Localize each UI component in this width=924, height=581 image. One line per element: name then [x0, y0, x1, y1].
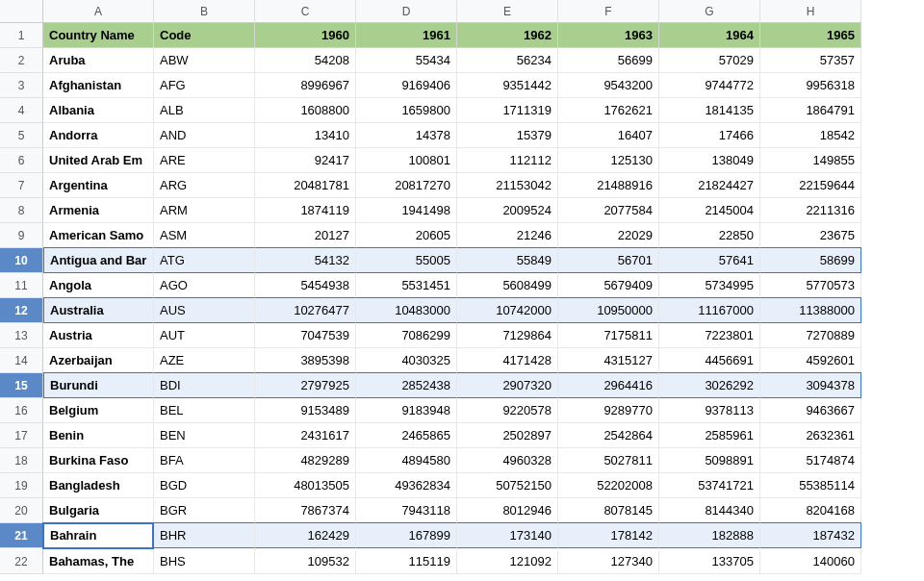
cell-value[interactable]: 17466 — [659, 123, 760, 148]
cell-country-name[interactable]: Bangladesh — [43, 473, 154, 498]
cell-value[interactable]: 149855 — [760, 148, 861, 173]
cell-value[interactable]: 7223801 — [659, 323, 760, 348]
cell-value[interactable]: 4456691 — [659, 348, 760, 373]
row-header-10[interactable]: 10 — [0, 248, 43, 273]
cell-country-code[interactable]: ATG — [154, 247, 255, 273]
cell-value[interactable]: 16407 — [558, 123, 659, 148]
cell-country-code[interactable]: BEL — [154, 398, 255, 423]
cell-country-name[interactable]: Australia — [43, 297, 154, 323]
cell-value[interactable]: 21488916 — [558, 173, 659, 198]
cell-value[interactable]: 2907320 — [457, 372, 558, 398]
row-header-13[interactable]: 13 — [0, 323, 43, 348]
cell-value[interactable]: 23675 — [760, 223, 861, 248]
cell-country-code[interactable]: ASM — [154, 223, 255, 248]
header-cell[interactable]: 1960 — [255, 23, 356, 48]
row-header-15[interactable]: 15 — [0, 373, 43, 398]
cell-value[interactable]: 1874119 — [255, 198, 356, 223]
cell-value[interactable]: 7129864 — [457, 323, 558, 348]
header-cell[interactable]: 1962 — [457, 23, 558, 48]
header-cell[interactable]: Code — [154, 23, 255, 48]
row-header-19[interactable]: 19 — [0, 473, 43, 498]
cell-value[interactable]: 5531451 — [356, 273, 457, 298]
row-header-16[interactable]: 16 — [0, 398, 43, 423]
cell-country-code[interactable]: BGR — [154, 498, 255, 523]
cell-value[interactable]: 50752150 — [457, 473, 558, 498]
cell-value[interactable]: 55849 — [457, 247, 558, 273]
cell-value[interactable]: 9744772 — [659, 73, 760, 98]
cell-value[interactable]: 4030325 — [356, 348, 457, 373]
cell-country-code[interactable]: BHR — [154, 522, 255, 548]
column-header-A[interactable]: A — [43, 0, 154, 23]
cell-value[interactable]: 11388000 — [760, 297, 861, 323]
cell-country-code[interactable]: BHS — [154, 549, 255, 574]
cell-value[interactable]: 2632361 — [760, 423, 861, 448]
cell-country-code[interactable]: ARE — [154, 148, 255, 173]
column-header-F[interactable]: F — [558, 0, 659, 23]
cell-value[interactable]: 55434 — [356, 48, 457, 73]
row-header-8[interactable]: 8 — [0, 198, 43, 223]
cell-country-name[interactable]: Afghanistan — [43, 73, 154, 98]
cell-country-name[interactable]: Burundi — [43, 372, 154, 398]
cell-value[interactable]: 1762621 — [558, 98, 659, 123]
row-header-2[interactable]: 2 — [0, 48, 43, 73]
cell-country-code[interactable]: AUT — [154, 323, 255, 348]
header-cell[interactable]: 1961 — [356, 23, 457, 48]
cell-value[interactable]: 9169406 — [356, 73, 457, 98]
cell-value[interactable]: 9220578 — [457, 398, 558, 423]
cell-value[interactable]: 100801 — [356, 148, 457, 173]
cell-value[interactable]: 5770573 — [760, 273, 861, 298]
spreadsheet-grid[interactable]: ABCDEFGH1Country NameCode196019611962196… — [0, 0, 924, 574]
row-header-18[interactable]: 18 — [0, 448, 43, 473]
row-header-6[interactable]: 6 — [0, 148, 43, 173]
row-header-1[interactable]: 1 — [0, 23, 43, 48]
header-cell[interactable]: 1965 — [760, 23, 861, 48]
cell-value[interactable]: 2852438 — [356, 372, 457, 398]
cell-value[interactable]: 57357 — [760, 48, 861, 73]
cell-country-code[interactable]: AGO — [154, 273, 255, 298]
column-header-D[interactable]: D — [356, 0, 457, 23]
cell-value[interactable]: 58699 — [760, 247, 861, 273]
cell-value[interactable]: 11167000 — [659, 297, 760, 323]
cell-value[interactable]: 125130 — [558, 148, 659, 173]
cell-value[interactable]: 4960328 — [457, 448, 558, 473]
header-cell[interactable]: 1964 — [659, 23, 760, 48]
cell-value[interactable]: 56699 — [558, 48, 659, 73]
column-header-E[interactable]: E — [457, 0, 558, 23]
cell-value[interactable]: 2585961 — [659, 423, 760, 448]
cell-country-code[interactable]: AND — [154, 123, 255, 148]
cell-value[interactable]: 5027811 — [558, 448, 659, 473]
cell-country-name[interactable]: Azerbaijan — [43, 348, 154, 373]
cell-value[interactable]: 22850 — [659, 223, 760, 248]
cell-value[interactable]: 20605 — [356, 223, 457, 248]
cell-country-name[interactable]: Armenia — [43, 198, 154, 223]
header-cell[interactable]: 1963 — [558, 23, 659, 48]
cell-value[interactable]: 9351442 — [457, 73, 558, 98]
cell-value[interactable]: 1941498 — [356, 198, 457, 223]
cell-value[interactable]: 8012946 — [457, 498, 558, 523]
cell-value[interactable]: 7867374 — [255, 498, 356, 523]
cell-value[interactable]: 8144340 — [659, 498, 760, 523]
cell-value[interactable]: 54208 — [255, 48, 356, 73]
cell-value[interactable]: 56234 — [457, 48, 558, 73]
cell-country-name[interactable]: Bulgaria — [43, 498, 154, 523]
cell-value[interactable]: 2077584 — [558, 198, 659, 223]
cell-value[interactable]: 3094378 — [760, 372, 861, 398]
cell-value[interactable]: 21153042 — [457, 173, 558, 198]
cell-value[interactable]: 140060 — [760, 549, 861, 574]
cell-country-code[interactable]: AZE — [154, 348, 255, 373]
row-header-17[interactable]: 17 — [0, 423, 43, 448]
cell-value[interactable]: 3895398 — [255, 348, 356, 373]
cell-value[interactable]: 10950000 — [558, 297, 659, 323]
row-header-14[interactable]: 14 — [0, 348, 43, 373]
cell-country-name[interactable]: Angola — [43, 273, 154, 298]
row-header-9[interactable]: 9 — [0, 223, 43, 248]
cell-value[interactable]: 182888 — [659, 522, 760, 548]
cell-value[interactable]: 9153489 — [255, 398, 356, 423]
cell-value[interactable]: 54132 — [255, 247, 356, 273]
cell-country-code[interactable]: AUS — [154, 297, 255, 323]
cell-value[interactable]: 92417 — [255, 148, 356, 173]
cell-value[interactable]: 2502897 — [457, 423, 558, 448]
cell-value[interactable]: 127340 — [558, 549, 659, 574]
cell-value[interactable]: 55005 — [356, 247, 457, 273]
row-header-5[interactable]: 5 — [0, 123, 43, 148]
